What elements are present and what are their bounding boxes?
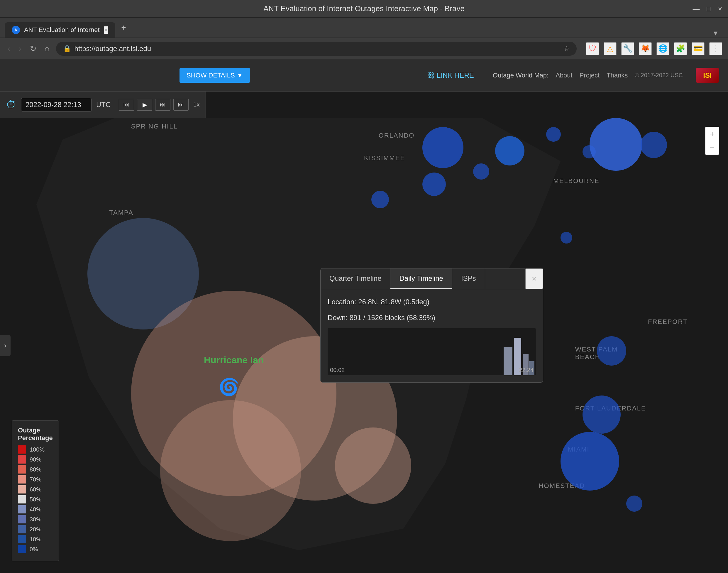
popup-tab-isps[interactable]: ISPs (452, 268, 485, 289)
popup-chart: 00:02 22:24 (328, 328, 536, 375)
side-panel-toggle[interactable]: › (0, 335, 10, 356)
step-forward-button[interactable]: ⏭ (155, 99, 170, 111)
legend-label-40: 40% (30, 506, 41, 513)
translate-icon[interactable]: 🌐 (657, 42, 669, 55)
link-here-button[interactable]: ⛓ LINK HERE (428, 71, 474, 80)
legend-item-70: 70% (18, 475, 53, 483)
maximize-button[interactable]: □ (707, 5, 711, 13)
copyright-text: © 2017-2022 USC (635, 72, 683, 79)
browser-frame: ANT Evaluation of Internet Outages Inter… (0, 0, 728, 573)
first-frame-button[interactable]: ⏮ (119, 99, 134, 111)
back-button[interactable]: ‹ (6, 42, 12, 55)
tab-bar: A ANT Evaluation of Internet × + ▾ (0, 17, 728, 38)
legend-label-50: 50% (30, 496, 41, 503)
legend-color-0 (18, 545, 26, 553)
outage-circle-ian-3[interactable] (160, 400, 301, 541)
outage-circle-2[interactable] (423, 172, 446, 196)
url-bar[interactable]: 🔒 https://outage.ant.isi.edu ☆ (56, 42, 577, 56)
outage-circle-6[interactable] (546, 127, 561, 142)
extension-icon-1[interactable]: 🔧 (621, 42, 634, 55)
tab-close-button[interactable]: × (104, 26, 109, 34)
outage-circle-8[interactable] (590, 118, 642, 171)
bookmark-icon[interactable]: ☆ (564, 45, 570, 53)
nav-about-link[interactable]: About (556, 71, 572, 79)
minimize-button[interactable]: — (692, 5, 699, 13)
extensions-icon[interactable]: 🧩 (674, 42, 687, 55)
zoom-controls: + − (705, 127, 719, 155)
close-button[interactable]: × (718, 5, 722, 13)
outage-circle-9[interactable] (640, 132, 667, 158)
popup-tab-quarter[interactable]: Quarter Timeline (321, 268, 390, 289)
map-label-kissimmee: KISSIMMEE (364, 154, 405, 162)
browser-tab[interactable]: A ANT Evaluation of Internet × (5, 22, 115, 38)
legend-color-40 (18, 505, 26, 513)
legend-item-100: 100% (18, 446, 53, 454)
legend-label-70: 70% (30, 476, 41, 483)
map-toolbar: SHOW DETAILS ▼ ⛓ LINK HERE Outage World … (0, 59, 728, 92)
popup-tab-daily[interactable]: Daily Timeline (390, 268, 452, 289)
outage-circle-4[interactable] (495, 136, 524, 165)
legend-item-40: 40% (18, 505, 53, 513)
legend: OutagePercentage 100% 90% 80% 70% (12, 420, 59, 561)
show-details-button[interactable]: SHOW DETAILS ▼ (179, 68, 250, 83)
legend-color-10 (18, 535, 26, 543)
nav-project-link[interactable]: Project (579, 71, 600, 79)
chart-time-end: 22:24 (519, 367, 534, 373)
outage-circle-14[interactable] (626, 496, 642, 512)
legend-label-80: 80% (30, 466, 41, 473)
reload-button[interactable]: ↻ (28, 42, 38, 55)
brave-rewards-icon[interactable]: △ (604, 42, 617, 55)
popup-header: Quarter Timeline Daily Timeline ISPs × (321, 268, 543, 289)
datetime-input[interactable] (21, 98, 92, 111)
map-content[interactable]: ORLANDO Spring Hill KISSIMMEE TAMPA Melb… (0, 118, 728, 573)
outage-popup: Quarter Timeline Daily Timeline ISPs × L… (320, 268, 543, 382)
extension-icon-2[interactable]: 🦊 (639, 42, 652, 55)
clock-icon: ⏱ (6, 99, 16, 111)
legend-label-0: 0% (30, 546, 38, 553)
popup-location: Location: 26.8N, 81.8W (0.5deg) (328, 296, 536, 308)
legend-label-10: 10% (30, 536, 41, 543)
outage-circle-10[interactable] (561, 232, 572, 244)
outage-circle-ian-4[interactable] (335, 427, 411, 504)
outage-circle-12[interactable] (582, 396, 621, 434)
play-button[interactable]: ▶ (137, 99, 152, 111)
isi-logo: ISI (696, 68, 719, 83)
legend-color-90 (18, 455, 26, 464)
window-title: ANT Evaluation of Internet Outages Inter… (263, 4, 465, 13)
speed-label: 1x (193, 101, 200, 108)
menu-icon[interactable]: ⋮ (709, 42, 722, 55)
legend-color-20 (18, 525, 26, 533)
outage-circle-11[interactable] (597, 336, 626, 366)
outage-map-nav: Outage World Map: About Project Thanks ©… (493, 71, 683, 79)
legend-color-80 (18, 465, 26, 474)
last-frame-button[interactable]: ⏭ (173, 99, 188, 111)
hurricane-label: Hurricane Ian (204, 355, 264, 366)
zoom-in-button[interactable]: + (705, 127, 719, 141)
new-tab-button[interactable]: + (115, 23, 132, 32)
map-area: SHOW DETAILS ▼ ⛓ LINK HERE Outage World … (0, 59, 728, 573)
popup-body: Location: 26.8N, 81.8W (0.5deg) Down: 89… (321, 289, 543, 382)
outage-circle-1[interactable] (371, 191, 389, 208)
legend-item-10: 10% (18, 535, 53, 543)
time-controls: ⏱ UTC ⏮ ▶ ⏭ ⏭ 1x (0, 92, 206, 118)
nav-thanks-link[interactable]: Thanks (607, 71, 628, 79)
legend-item-60: 60% (18, 485, 53, 493)
legend-title: OutagePercentage (18, 427, 53, 442)
outage-circle-13[interactable] (561, 432, 619, 490)
map-label-freeport: FREEPORT (648, 318, 687, 326)
legend-color-60 (18, 485, 26, 493)
tab-favicon: A (12, 26, 20, 34)
outage-circle-5[interactable] (423, 127, 463, 168)
tabs-menu-icon[interactable]: ▾ (714, 29, 718, 38)
legend-label-100: 100% (30, 446, 45, 453)
popup-close-button[interactable]: × (525, 268, 543, 289)
zoom-out-button[interactable]: − (705, 141, 719, 155)
utc-label: UTC (96, 101, 111, 109)
map-label-melbourne: Melbourne (553, 177, 599, 185)
home-button[interactable]: ⌂ (43, 42, 51, 55)
legend-label-90: 90% (30, 456, 41, 463)
forward-button[interactable]: › (17, 42, 23, 55)
wallet-icon[interactable]: 💳 (692, 42, 705, 55)
brave-shield-icon[interactable]: 🛡 (586, 42, 599, 55)
popup-down-info: Down: 891 / 1526 blocks (58.39%) (328, 312, 536, 323)
